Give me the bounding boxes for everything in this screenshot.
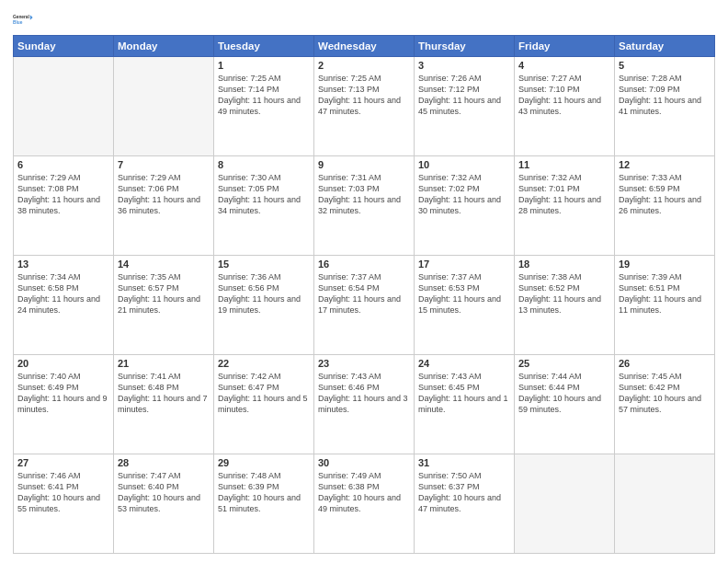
calendar-cell: 20Sunrise: 7:40 AMSunset: 6:49 PMDayligh…: [14, 355, 114, 454]
calendar-cell: 18Sunrise: 7:38 AMSunset: 6:52 PMDayligh…: [515, 256, 615, 355]
week-row-5: 27Sunrise: 7:46 AMSunset: 6:41 PMDayligh…: [14, 454, 715, 554]
weekday-header-row: SundayMondayTuesdayWednesdayThursdayFrid…: [14, 36, 715, 57]
day-info: Sunrise: 7:50 AMSunset: 6:37 PMDaylight:…: [418, 470, 510, 515]
page: GeneralBlue SundayMondayTuesdayWednesday…: [0, 0, 728, 563]
day-number: 11: [518, 159, 610, 170]
day-info: Sunrise: 7:44 AMSunset: 6:44 PMDaylight:…: [518, 371, 610, 416]
day-info: Sunrise: 7:40 AMSunset: 6:49 PMDaylight:…: [17, 371, 109, 416]
calendar-cell: 8Sunrise: 7:30 AMSunset: 7:05 PMDaylight…: [214, 156, 314, 256]
day-number: 30: [318, 457, 410, 468]
calendar-cell: 7Sunrise: 7:29 AMSunset: 7:06 PMDaylight…: [114, 156, 214, 256]
day-info: Sunrise: 7:27 AMSunset: 7:10 PMDaylight:…: [518, 73, 610, 118]
logo-icon: GeneralBlue: [13, 9, 33, 29]
day-info: Sunrise: 7:43 AMSunset: 6:46 PMDaylight:…: [318, 371, 410, 416]
day-info: Sunrise: 7:32 AMSunset: 7:01 PMDaylight:…: [518, 172, 610, 217]
calendar-cell: 31Sunrise: 7:50 AMSunset: 6:37 PMDayligh…: [415, 454, 515, 554]
day-info: Sunrise: 7:34 AMSunset: 6:58 PMDaylight:…: [17, 271, 109, 316]
calendar-cell: 24Sunrise: 7:43 AMSunset: 6:45 PMDayligh…: [415, 355, 515, 454]
weekday-header-sunday: Sunday: [14, 36, 114, 57]
week-row-1: 1Sunrise: 7:25 AMSunset: 7:14 PMDaylight…: [14, 57, 715, 156]
day-number: 4: [518, 60, 610, 71]
calendar-cell: 10Sunrise: 7:32 AMSunset: 7:02 PMDayligh…: [415, 156, 515, 256]
calendar-cell: [114, 57, 214, 156]
week-row-4: 20Sunrise: 7:40 AMSunset: 6:49 PMDayligh…: [14, 355, 715, 454]
day-info: Sunrise: 7:45 AMSunset: 6:42 PMDaylight:…: [619, 371, 711, 416]
day-number: 20: [17, 358, 109, 369]
day-info: Sunrise: 7:30 AMSunset: 7:05 PMDaylight:…: [218, 172, 310, 217]
svg-text:General: General: [13, 15, 29, 19]
day-info: Sunrise: 7:33 AMSunset: 6:59 PMDaylight:…: [619, 172, 711, 217]
day-number: 25: [518, 358, 610, 369]
day-info: Sunrise: 7:48 AMSunset: 6:39 PMDaylight:…: [218, 470, 310, 515]
calendar-cell: 19Sunrise: 7:39 AMSunset: 6:51 PMDayligh…: [615, 256, 715, 355]
calendar-cell: 13Sunrise: 7:34 AMSunset: 6:58 PMDayligh…: [14, 256, 114, 355]
day-number: 17: [418, 259, 510, 270]
day-number: 8: [218, 159, 310, 170]
day-number: 10: [418, 159, 510, 170]
calendar-cell: 16Sunrise: 7:37 AMSunset: 6:54 PMDayligh…: [314, 256, 415, 355]
day-info: Sunrise: 7:36 AMSunset: 6:56 PMDaylight:…: [218, 271, 310, 316]
day-info: Sunrise: 7:29 AMSunset: 7:08 PMDaylight:…: [17, 172, 109, 217]
calendar-cell: 14Sunrise: 7:35 AMSunset: 6:57 PMDayligh…: [114, 256, 214, 355]
day-info: Sunrise: 7:41 AMSunset: 6:48 PMDaylight:…: [118, 371, 210, 416]
day-number: 28: [118, 457, 210, 468]
day-info: Sunrise: 7:25 AMSunset: 7:13 PMDaylight:…: [318, 73, 410, 118]
calendar-cell: [615, 454, 715, 554]
day-number: 22: [218, 358, 310, 369]
calendar-cell: 3Sunrise: 7:26 AMSunset: 7:12 PMDaylight…: [415, 57, 515, 156]
calendar-cell: 11Sunrise: 7:32 AMSunset: 7:01 PMDayligh…: [515, 156, 615, 256]
weekday-header-wednesday: Wednesday: [314, 36, 415, 57]
day-number: 3: [418, 60, 510, 71]
calendar-cell: 6Sunrise: 7:29 AMSunset: 7:08 PMDaylight…: [14, 156, 114, 256]
weekday-header-saturday: Saturday: [615, 36, 715, 57]
day-number: 16: [318, 259, 410, 270]
weekday-header-monday: Monday: [114, 36, 214, 57]
logo: GeneralBlue: [13, 9, 33, 29]
svg-text:Blue: Blue: [13, 20, 23, 25]
day-info: Sunrise: 7:46 AMSunset: 6:41 PMDaylight:…: [17, 470, 109, 515]
day-number: 19: [619, 259, 711, 270]
day-number: 14: [118, 259, 210, 270]
calendar-cell: 2Sunrise: 7:25 AMSunset: 7:13 PMDaylight…: [314, 57, 415, 156]
calendar-cell: 30Sunrise: 7:49 AMSunset: 6:38 PMDayligh…: [314, 454, 415, 554]
calendar-cell: 4Sunrise: 7:27 AMSunset: 7:10 PMDaylight…: [515, 57, 615, 156]
day-number: 15: [218, 259, 310, 270]
day-info: Sunrise: 7:47 AMSunset: 6:40 PMDaylight:…: [118, 470, 210, 515]
calendar-cell: 25Sunrise: 7:44 AMSunset: 6:44 PMDayligh…: [515, 355, 615, 454]
day-info: Sunrise: 7:39 AMSunset: 6:51 PMDaylight:…: [619, 271, 711, 316]
calendar-cell: 26Sunrise: 7:45 AMSunset: 6:42 PMDayligh…: [615, 355, 715, 454]
day-info: Sunrise: 7:37 AMSunset: 6:53 PMDaylight:…: [418, 271, 510, 316]
calendar-cell: 12Sunrise: 7:33 AMSunset: 6:59 PMDayligh…: [615, 156, 715, 256]
calendar-cell: 28Sunrise: 7:47 AMSunset: 6:40 PMDayligh…: [114, 454, 214, 554]
day-number: 2: [318, 60, 410, 71]
day-number: 9: [318, 159, 410, 170]
header: GeneralBlue: [13, 9, 715, 29]
calendar-cell: 29Sunrise: 7:48 AMSunset: 6:39 PMDayligh…: [214, 454, 314, 554]
calendar-cell: [14, 57, 114, 156]
weekday-header-thursday: Thursday: [415, 36, 515, 57]
calendar-table: SundayMondayTuesdayWednesdayThursdayFrid…: [13, 35, 715, 554]
day-number: 26: [619, 358, 711, 369]
day-number: 23: [318, 358, 410, 369]
day-info: Sunrise: 7:35 AMSunset: 6:57 PMDaylight:…: [118, 271, 210, 316]
calendar-cell: 27Sunrise: 7:46 AMSunset: 6:41 PMDayligh…: [14, 454, 114, 554]
day-number: 6: [17, 159, 109, 170]
calendar-cell: 1Sunrise: 7:25 AMSunset: 7:14 PMDaylight…: [214, 57, 314, 156]
calendar-cell: 15Sunrise: 7:36 AMSunset: 6:56 PMDayligh…: [214, 256, 314, 355]
day-number: 13: [17, 259, 109, 270]
calendar-cell: 5Sunrise: 7:28 AMSunset: 7:09 PMDaylight…: [615, 57, 715, 156]
day-number: 12: [619, 159, 711, 170]
day-info: Sunrise: 7:31 AMSunset: 7:03 PMDaylight:…: [318, 172, 410, 217]
day-number: 24: [418, 358, 510, 369]
day-number: 1: [218, 60, 310, 71]
day-number: 27: [17, 457, 109, 468]
day-info: Sunrise: 7:42 AMSunset: 6:47 PMDaylight:…: [218, 371, 310, 416]
weekday-header-friday: Friday: [515, 36, 615, 57]
calendar-cell: [515, 454, 615, 554]
svg-marker-2: [30, 15, 33, 20]
calendar-cell: 23Sunrise: 7:43 AMSunset: 6:46 PMDayligh…: [314, 355, 415, 454]
day-info: Sunrise: 7:29 AMSunset: 7:06 PMDaylight:…: [118, 172, 210, 217]
calendar-cell: 9Sunrise: 7:31 AMSunset: 7:03 PMDaylight…: [314, 156, 415, 256]
weekday-header-tuesday: Tuesday: [214, 36, 314, 57]
day-number: 21: [118, 358, 210, 369]
